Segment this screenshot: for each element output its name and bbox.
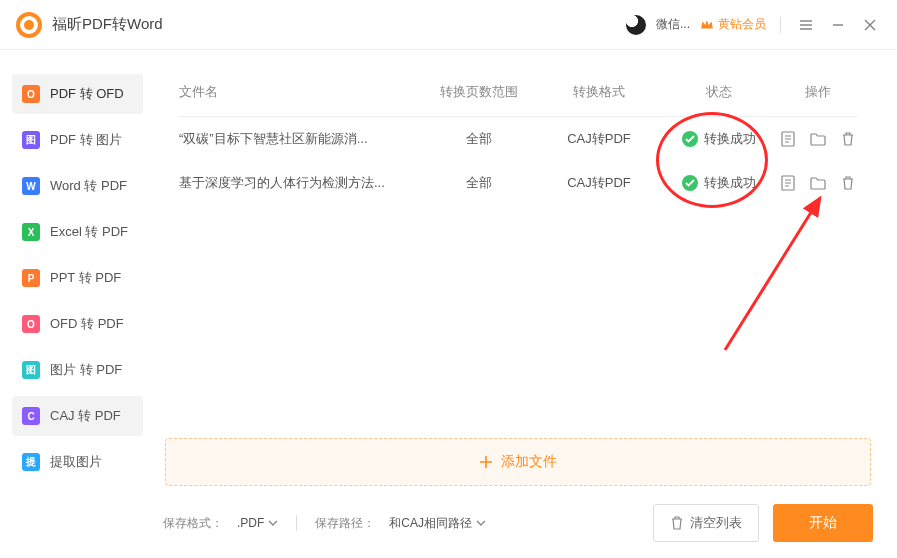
header-ops: 操作 [779, 83, 857, 101]
cell-format: CAJ转PDF [539, 174, 659, 192]
sidebar-item-ofd-to-pdf[interactable]: O OFD 转 PDF [12, 304, 143, 344]
caj-icon: C [22, 407, 40, 425]
save-path-value: 和CAJ相同路径 [389, 515, 472, 532]
sidebar-item-label: Excel 转 PDF [50, 223, 128, 241]
ofd2-icon: O [22, 315, 40, 333]
excel-icon: X [22, 223, 40, 241]
minimize-icon [831, 18, 845, 32]
table-row: 基于深度学习的人体行为检测方法... 全部 CAJ转PDF 转换成功 [163, 161, 873, 205]
img2-icon: 图 [22, 361, 40, 379]
ofd-icon: O [22, 85, 40, 103]
close-button[interactable] [859, 14, 881, 36]
titlebar: 福昕PDF转Word 微信... 黄钻会员 [0, 0, 897, 50]
bottom-bar: 保存格式： .PDF 保存路径： 和CAJ相同路径 清空列表 开始 [163, 504, 873, 542]
delete-button[interactable] [839, 174, 857, 192]
sidebar-item-pdf-to-image[interactable]: 图 PDF 转 图片 [12, 120, 143, 160]
app-title: 福昕PDF转Word [52, 15, 163, 34]
header-format: 转换格式 [539, 83, 659, 101]
save-format-label: 保存格式： [163, 515, 223, 532]
crown-icon [700, 19, 714, 31]
sidebar-item-word-to-pdf[interactable]: W Word 转 PDF [12, 166, 143, 206]
status-badge: 转换成功 [659, 130, 779, 148]
cell-format: CAJ转PDF [539, 130, 659, 148]
sidebar-item-extract-image[interactable]: 提 提取图片 [12, 442, 143, 482]
header-range: 转换页数范围 [419, 83, 539, 101]
start-button[interactable]: 开始 [773, 504, 873, 542]
clear-list-button[interactable]: 清空列表 [653, 504, 759, 542]
sidebar-item-caj-to-pdf[interactable]: C CAJ 转 PDF [12, 396, 143, 436]
sidebar-item-excel-to-pdf[interactable]: X Excel 转 PDF [12, 212, 143, 252]
add-file-button[interactable]: 添加文件 [165, 438, 871, 486]
table-row: “双碳”目标下智慧社区新能源消... 全部 CAJ转PDF 转换成功 [163, 117, 873, 161]
sidebar-item-label: PDF 转 图片 [50, 131, 122, 149]
divider [780, 17, 781, 33]
trash-icon [670, 515, 684, 531]
sidebar: O PDF 转 OFD 图 PDF 转 图片 W Word 转 PDF X Ex… [0, 50, 153, 558]
file-icon [780, 131, 796, 147]
trash-icon [841, 131, 855, 147]
sidebar-item-label: OFD 转 PDF [50, 315, 124, 333]
save-format-value: .PDF [237, 516, 264, 530]
menu-icon [799, 18, 813, 32]
trash-icon [841, 175, 855, 191]
cell-range: 全部 [419, 130, 539, 148]
cell-name: “双碳”目标下智慧社区新能源消... [179, 130, 419, 148]
word-icon: W [22, 177, 40, 195]
header-status: 状态 [659, 83, 779, 101]
chevron-down-icon [476, 518, 486, 528]
vip-label: 黄钻会员 [718, 16, 766, 33]
plus-icon [479, 455, 493, 469]
sidebar-item-image-to-pdf[interactable]: 图 图片 转 PDF [12, 350, 143, 390]
check-icon [682, 175, 698, 191]
file-icon [780, 175, 796, 191]
header-name: 文件名 [179, 83, 419, 101]
menu-button[interactable] [795, 14, 817, 36]
minimize-button[interactable] [827, 14, 849, 36]
open-folder-button[interactable] [809, 130, 827, 148]
sidebar-item-ppt-to-pdf[interactable]: P PPT 转 PDF [12, 258, 143, 298]
sidebar-item-label: 图片 转 PDF [50, 361, 122, 379]
view-file-button[interactable] [779, 130, 797, 148]
cell-range: 全部 [419, 174, 539, 192]
save-path-select[interactable]: 和CAJ相同路径 [389, 515, 486, 532]
clear-label: 清空列表 [690, 514, 742, 532]
status-badge: 转换成功 [659, 174, 779, 192]
folder-icon [810, 176, 826, 190]
save-format-select[interactable]: .PDF [237, 516, 278, 530]
main-panel: 文件名 转换页数范围 转换格式 状态 操作 “双碳”目标下智慧社区新能源消...… [153, 50, 897, 558]
status-text: 转换成功 [704, 174, 756, 192]
sidebar-item-label: PDF 转 OFD [50, 85, 124, 103]
save-path-label: 保存路径： [315, 515, 375, 532]
chevron-down-icon [268, 518, 278, 528]
sidebar-item-pdf-to-ofd[interactable]: O PDF 转 OFD [12, 74, 143, 114]
table-header: 文件名 转换页数范围 转换格式 状态 操作 [163, 74, 873, 110]
app-logo-icon [16, 12, 42, 38]
close-icon [864, 19, 876, 31]
check-icon [682, 131, 698, 147]
view-file-button[interactable] [779, 174, 797, 192]
sidebar-item-label: CAJ 转 PDF [50, 407, 121, 425]
open-folder-button[interactable] [809, 174, 827, 192]
cell-name: 基于深度学习的人体行为检测方法... [179, 174, 419, 192]
sidebar-item-label: Word 转 PDF [50, 177, 127, 195]
vip-badge[interactable]: 黄钻会员 [700, 16, 766, 33]
delete-button[interactable] [839, 130, 857, 148]
avatar-icon[interactable] [626, 15, 646, 35]
sidebar-item-label: 提取图片 [50, 453, 102, 471]
divider [296, 515, 297, 531]
ppt-icon: P [22, 269, 40, 287]
extract-icon: 提 [22, 453, 40, 471]
wechat-label[interactable]: 微信... [656, 16, 690, 33]
image-icon: 图 [22, 131, 40, 149]
add-file-label: 添加文件 [501, 453, 557, 471]
folder-icon [810, 132, 826, 146]
sidebar-item-label: PPT 转 PDF [50, 269, 121, 287]
status-text: 转换成功 [704, 130, 756, 148]
